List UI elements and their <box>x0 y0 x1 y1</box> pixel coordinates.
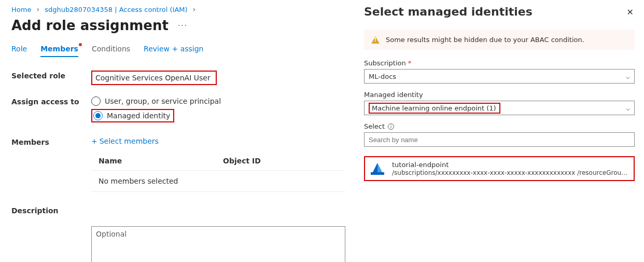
result-name: tutorial-endpoint <box>392 161 629 169</box>
radio-checked-icon <box>93 111 103 120</box>
tab-members-label: Members <box>40 45 78 53</box>
plus-icon: + <box>91 137 97 145</box>
chevron-down-icon: ⌵ <box>626 73 630 80</box>
radio-icon <box>91 96 101 106</box>
radio-user-group-spn[interactable]: User, group, or service principal <box>91 96 355 106</box>
breadcrumb: Home › sdghub2807034358 | Access control… <box>11 5 355 13</box>
warning-icon <box>371 36 380 44</box>
managed-identity-dropdown[interactable]: Machine learning online endpoint (1) ⌵ <box>364 101 635 115</box>
col-object-id: Object ID <box>223 157 261 165</box>
radio-label: User, group, or service principal <box>105 97 221 105</box>
subscription-value: ML-docs <box>369 73 396 80</box>
radio-label: Managed identity <box>107 112 170 120</box>
members-table: Name Object ID No members selected <box>91 151 345 192</box>
select-label: Select i <box>364 122 635 130</box>
chevron-right-icon: › <box>193 5 196 13</box>
select-members-label: Select members <box>100 137 159 145</box>
select-managed-identities-panel: Select managed identities ✕ Some results… <box>355 0 644 262</box>
result-path: /subscriptions/xxxxxxxxx-xxxx-xxxx-xxxxx… <box>392 169 629 176</box>
more-actions-button[interactable]: ··· <box>176 21 190 30</box>
close-icon[interactable]: ✕ <box>626 5 635 17</box>
description-textarea[interactable]: Optional <box>91 226 345 262</box>
managed-identity-label: Managed identity <box>364 91 635 99</box>
abac-warning: Some results might be hidden due to your… <box>364 30 635 50</box>
breadcrumb-home[interactable]: Home <box>11 6 31 13</box>
selected-role-label: Selected role <box>11 71 91 80</box>
col-name: Name <box>99 157 223 165</box>
description-label: Description <box>11 205 91 215</box>
info-icon: i <box>388 123 394 130</box>
tab-review-assign[interactable]: Review + assign <box>144 45 203 57</box>
members-label: Members <box>11 137 91 146</box>
members-empty: No members selected <box>91 171 345 192</box>
managed-identity-value: Machine learning online endpoint (1) <box>369 103 500 114</box>
breadcrumb-resource[interactable]: sdghub2807034358 | Access control (IAM) <box>45 6 187 13</box>
assign-access-label: Assign access to <box>11 96 91 106</box>
chevron-down-icon: ⌵ <box>626 104 630 112</box>
main-column: Home › sdghub2807034358 | Access control… <box>0 0 355 262</box>
svg-rect-0 <box>371 172 384 175</box>
radio-managed-identity[interactable]: Managed identity <box>91 109 174 122</box>
subscription-dropdown[interactable]: ML-docs ⌵ <box>364 69 635 84</box>
select-members-link[interactable]: +Select members <box>91 137 159 145</box>
panel-title: Select managed identities <box>364 5 533 18</box>
tab-role[interactable]: Role <box>11 45 27 57</box>
abac-warning-text: Some results might be hidden due to your… <box>386 36 584 44</box>
selected-role-value: Cognitive Services OpenAI User <box>91 71 217 85</box>
tabs: Role Members Conditions Review + assign <box>11 45 355 57</box>
attention-dot-icon <box>79 43 82 46</box>
search-input[interactable] <box>364 132 635 147</box>
tab-members[interactable]: Members <box>40 45 78 57</box>
subscription-label: Subscription* <box>364 59 635 67</box>
identity-result-item[interactable]: tutorial-endpoint /subscriptions/xxxxxxx… <box>364 156 635 181</box>
tab-conditions[interactable]: Conditions <box>92 45 130 57</box>
chevron-right-icon: › <box>37 5 40 13</box>
ml-endpoint-icon <box>369 160 386 177</box>
page-title: Add role assignment <box>11 18 169 33</box>
